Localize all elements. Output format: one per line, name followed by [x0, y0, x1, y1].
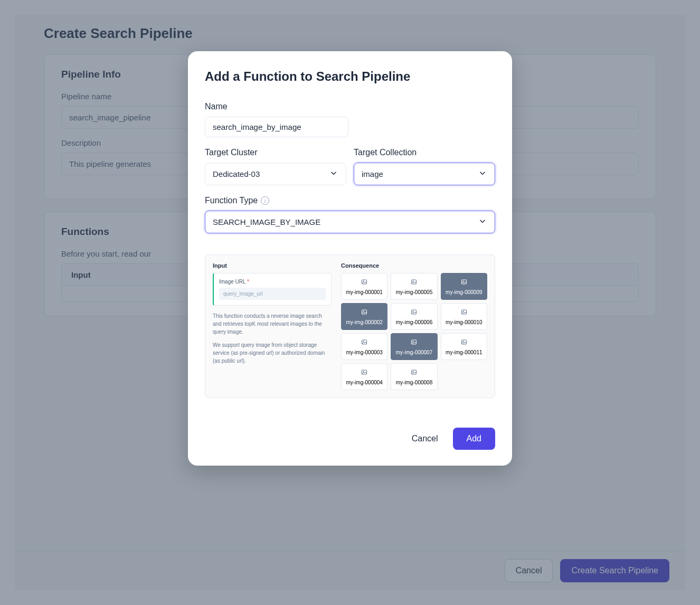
image-icon	[361, 338, 368, 347]
svg-point-11	[463, 311, 464, 312]
preview-consequence-col: Consequence my-img-000001my-img-000005my…	[341, 262, 487, 390]
image-icon	[361, 308, 368, 317]
consequence-card[interactable]: my-img-000010	[441, 303, 487, 330]
target-collection-label: Target Collection	[354, 148, 495, 157]
consequence-name: my-img-000001	[346, 289, 382, 295]
image-icon	[361, 368, 368, 377]
target-cluster-value: Dedicated-03	[213, 169, 260, 178]
image-icon	[460, 278, 468, 287]
preview-desc-1: This function conducts a reverse image s…	[213, 312, 332, 336]
image-url-card: Image URL * query_image_url	[213, 273, 332, 306]
svg-point-15	[413, 341, 414, 342]
chevron-down-icon	[329, 168, 338, 179]
consequence-card[interactable]: my-img-000009	[441, 273, 487, 300]
modal-title: Add a Function to Search Pipeline	[205, 69, 495, 84]
target-collection-value: image	[362, 169, 383, 178]
preview-input-header: Input	[213, 262, 332, 269]
chevron-down-icon	[478, 168, 487, 179]
function-type-label: Function Type i	[205, 196, 495, 205]
consequence-card[interactable]: my-img-000007	[391, 333, 437, 360]
svg-point-7	[363, 311, 364, 312]
consequence-card[interactable]: my-img-000001	[341, 273, 387, 300]
function-preview: Input Image URL * query_image_url This f…	[205, 254, 495, 398]
add-function-modal: Add a Function to Search Pipeline Name T…	[188, 51, 512, 466]
image-icon	[460, 308, 468, 317]
function-type-value: SEARCH_IMAGE_BY_IMAGE	[213, 218, 320, 226]
consequence-card[interactable]: my-img-000008	[391, 363, 437, 390]
svg-point-1	[363, 281, 364, 282]
image-icon	[410, 278, 418, 287]
consequence-card[interactable]: my-img-000003	[341, 333, 387, 360]
info-icon[interactable]: i	[261, 196, 269, 205]
svg-point-13	[363, 341, 364, 342]
svg-point-9	[413, 311, 414, 312]
consequence-name: my-img-000002	[346, 319, 382, 325]
modal-cancel-button[interactable]: Cancel	[409, 429, 441, 449]
consequence-name: my-img-000009	[446, 289, 482, 295]
modal-add-button[interactable]: Add	[453, 428, 495, 450]
target-cluster-select[interactable]: Dedicated-03	[205, 163, 346, 185]
preview-input-col: Input Image URL * query_image_url This f…	[213, 262, 332, 390]
name-input[interactable]	[205, 117, 348, 137]
preview-desc-2: We support query image from object stora…	[213, 341, 332, 365]
function-type-select[interactable]: SEARCH_IMAGE_BY_IMAGE	[205, 211, 495, 233]
image-icon	[361, 278, 368, 287]
consequence-name: my-img-000006	[396, 319, 432, 325]
image-icon	[410, 338, 418, 347]
consequence-name: my-img-000010	[446, 319, 482, 325]
image-url-label: Image URL *	[219, 279, 326, 285]
consequence-card[interactable]: my-img-000005	[391, 273, 437, 300]
image-icon	[410, 368, 418, 377]
svg-point-19	[363, 371, 364, 372]
consequence-card[interactable]: my-img-000006	[391, 303, 437, 330]
modal-footer: Cancel Add	[205, 428, 495, 450]
target-collection-select[interactable]: image	[354, 163, 495, 185]
modal-overlay: Add a Function to Search Pipeline Name T…	[0, 0, 700, 605]
image-icon	[410, 308, 418, 317]
name-label: Name	[205, 102, 495, 111]
target-cluster-label: Target Cluster	[205, 148, 346, 157]
svg-point-21	[413, 371, 414, 372]
consequence-name: my-img-000005	[396, 289, 432, 295]
image-url-placeholder[interactable]: query_image_url	[219, 288, 326, 300]
consequence-name: my-img-000004	[346, 380, 382, 385]
consequence-card[interactable]: my-img-000011	[441, 333, 487, 360]
consequence-name: my-img-000011	[446, 349, 482, 355]
svg-point-5	[463, 281, 464, 282]
consequence-card[interactable]: my-img-000002	[341, 303, 387, 330]
consequence-header: Consequence	[341, 262, 487, 269]
consequence-name: my-img-000003	[346, 349, 382, 355]
svg-point-3	[413, 281, 414, 282]
chevron-down-icon	[478, 216, 487, 228]
consequence-name: my-img-000008	[396, 380, 432, 385]
svg-point-17	[463, 341, 464, 342]
consequence-name: my-img-000007	[396, 349, 432, 355]
consequence-card[interactable]: my-img-000004	[341, 363, 387, 390]
image-icon	[460, 338, 468, 347]
